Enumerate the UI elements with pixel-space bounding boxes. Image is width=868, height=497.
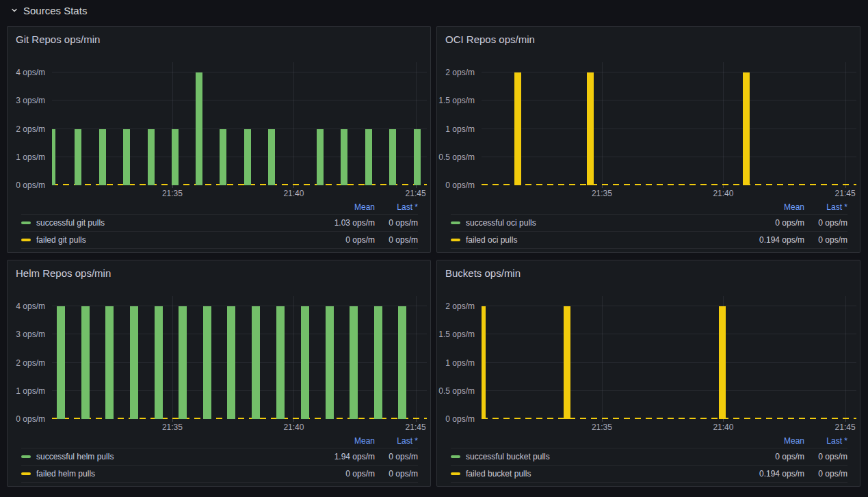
gridline-horizontal <box>482 362 856 363</box>
chart: 4 ops/m3 ops/m2 ops/m1 ops/m0 ops/m <box>8 62 430 185</box>
plot-area[interactable] <box>52 296 427 419</box>
bar <box>220 129 226 186</box>
series-mean-value: 0 ops/m <box>729 218 804 228</box>
x-axis-tickmark <box>602 419 603 422</box>
legend-row: failed git pulls0 ops/m0 ops/m <box>21 231 418 249</box>
series-mean-value: 0 ops/m <box>300 235 375 245</box>
gridline-horizontal <box>482 334 856 334</box>
series-label[interactable]: successful bucket pulls <box>466 452 550 461</box>
legend-row: successful helm pulls1.94 ops/m0 ops/m <box>21 448 418 465</box>
y-axis-label: 0 ops/m <box>16 180 45 190</box>
legend: Mean Last * successful helm pulls1.94 op… <box>21 434 418 483</box>
gridline-vertical <box>293 62 294 185</box>
panel-grid: Git Repos ops/min 4 ops/m3 ops/m2 ops/m1… <box>7 26 860 487</box>
gridline-horizontal <box>52 100 427 100</box>
series-label-wrap: successful bucket pulls <box>451 452 729 461</box>
plot-area[interactable] <box>52 62 427 185</box>
bar <box>130 306 138 419</box>
bar <box>155 306 163 419</box>
legend-col-mean[interactable]: Mean <box>300 436 375 446</box>
series-label[interactable]: successful git pulls <box>36 218 105 228</box>
bar <box>227 306 235 419</box>
legend-col-last[interactable]: Last * <box>375 202 418 212</box>
series-label-wrap: failed git pulls <box>21 235 300 245</box>
y-axis-label: 0 ops/m <box>16 414 45 424</box>
series-label[interactable]: successful oci pulls <box>466 218 536 228</box>
section-header-sources-stats[interactable]: Sources Stats <box>0 0 868 21</box>
y-axis-label: 1.5 ops/m <box>438 330 475 339</box>
bar <box>57 306 65 419</box>
series-label[interactable]: failed oci pulls <box>466 235 517 245</box>
y-axis: 2 ops/m1.5 ops/m1 ops/m0.5 ops/m0 ops/m <box>437 62 482 185</box>
bar <box>398 306 406 419</box>
x-axis: 21:3521:4021:45 <box>482 185 856 199</box>
plot-area[interactable] <box>482 62 856 185</box>
legend-col-last[interactable]: Last * <box>804 436 847 446</box>
x-axis-tickmark <box>293 419 294 422</box>
section-title: Sources Stats <box>23 5 87 16</box>
series-swatch-icon <box>451 455 460 458</box>
y-axis-label: 0.5 ops/m <box>438 152 475 162</box>
bar <box>719 306 726 419</box>
legend-header: Mean Last * <box>451 200 847 214</box>
panel-title[interactable]: Buckets ops/min <box>437 260 860 280</box>
series-label-wrap: successful git pulls <box>21 218 300 228</box>
gridline-horizontal <box>482 306 856 306</box>
panel-title[interactable]: Helm Repos ops/min <box>8 260 430 280</box>
bar <box>52 129 55 186</box>
bar <box>301 306 309 419</box>
y-axis-label: 4 ops/m <box>16 301 45 311</box>
series-swatch-icon <box>451 239 460 241</box>
legend: Mean Last * successful git pulls1.03 ops… <box>21 200 418 249</box>
series-label[interactable]: successful helm pulls <box>36 452 114 461</box>
legend: Mean Last * successful bucket pulls0 ops… <box>451 434 847 483</box>
bar <box>743 72 750 185</box>
plot-area[interactable] <box>482 296 856 419</box>
x-axis-tickmark <box>416 185 417 188</box>
series-mean-value: 0 ops/m <box>300 469 375 479</box>
series-label[interactable]: failed git pulls <box>36 235 86 245</box>
bar <box>203 306 211 419</box>
legend-row: successful oci pulls0 ops/m0 ops/m <box>451 214 847 231</box>
x-axis-tickmark <box>416 419 417 422</box>
bar <box>252 306 260 419</box>
legend-col-mean[interactable]: Mean <box>729 202 804 212</box>
chart: 2 ops/m1.5 ops/m1 ops/m0.5 ops/m0 ops/m <box>437 296 860 419</box>
bar <box>564 306 570 419</box>
bar <box>587 72 594 185</box>
x-axis-tickmark <box>293 185 294 188</box>
x-axis: 21:3521:4021:45 <box>482 419 856 433</box>
y-axis-label: 1 ops/m <box>445 358 475 368</box>
x-axis-label: 21:40 <box>283 189 304 198</box>
series-label[interactable]: failed helm pulls <box>36 469 95 479</box>
series-last-value: 0 ops/m <box>375 218 418 228</box>
series-last-value: 0 ops/m <box>375 469 418 479</box>
x-axis-tickmark <box>723 419 724 422</box>
chevron-down-icon[interactable] <box>10 6 18 14</box>
x-axis-label: 21:35 <box>162 189 183 198</box>
bar <box>75 129 81 186</box>
legend-row: successful git pulls1.03 ops/m0 ops/m <box>21 214 418 231</box>
legend-col-mean[interactable]: Mean <box>300 202 375 212</box>
x-axis-tickmark <box>602 185 603 188</box>
bar <box>81 306 90 419</box>
legend-col-last[interactable]: Last * <box>804 202 847 212</box>
bar <box>172 129 179 186</box>
y-axis: 4 ops/m3 ops/m2 ops/m1 ops/m0 ops/m <box>8 296 52 419</box>
series-label-wrap: failed oci pulls <box>451 235 729 245</box>
series-mean-value: 0.194 ops/m <box>729 469 804 479</box>
panel-title[interactable]: Git Repos ops/min <box>8 27 430 46</box>
bar <box>341 129 347 186</box>
panel-title[interactable]: OCI Repos ops/min <box>437 27 860 46</box>
gridline-vertical <box>723 62 724 185</box>
legend-col-last[interactable]: Last * <box>375 436 418 446</box>
y-axis-label: 3 ops/m <box>16 96 45 105</box>
legend-col-mean[interactable]: Mean <box>729 436 804 446</box>
y-axis-label: 4 ops/m <box>16 68 45 77</box>
bar <box>244 129 251 186</box>
series-label[interactable]: failed bucket pulls <box>466 469 531 479</box>
series-swatch-icon <box>451 221 460 224</box>
series-last-value: 0 ops/m <box>375 452 418 461</box>
gridline-vertical <box>845 62 846 185</box>
x-axis-tickmark <box>845 419 846 422</box>
